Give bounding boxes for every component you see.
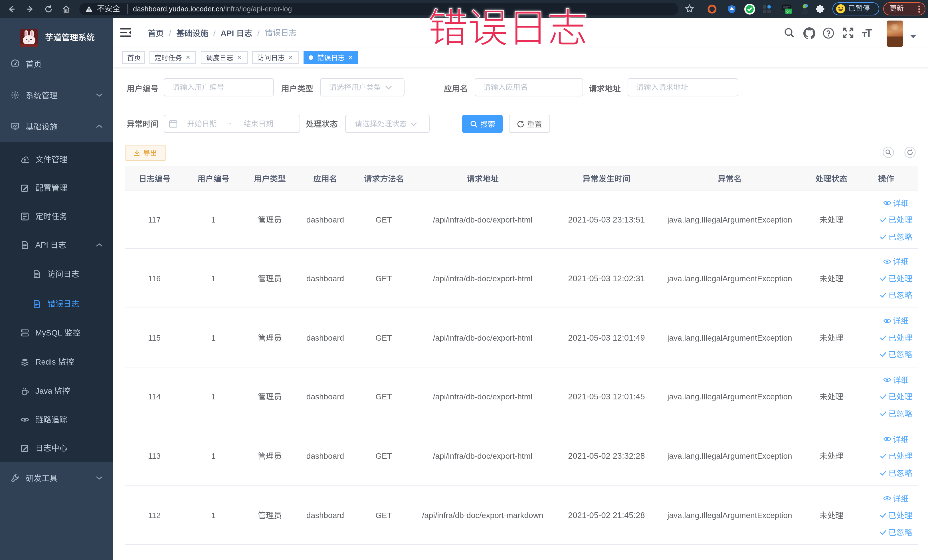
svg-text:on: on bbox=[786, 9, 791, 14]
